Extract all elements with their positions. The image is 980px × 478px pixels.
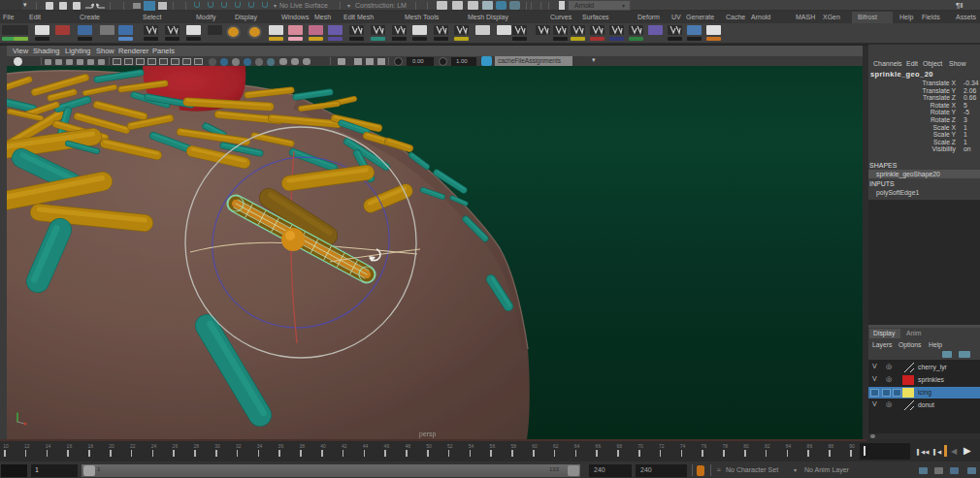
- svg-text:persp: persp: [419, 430, 437, 438]
